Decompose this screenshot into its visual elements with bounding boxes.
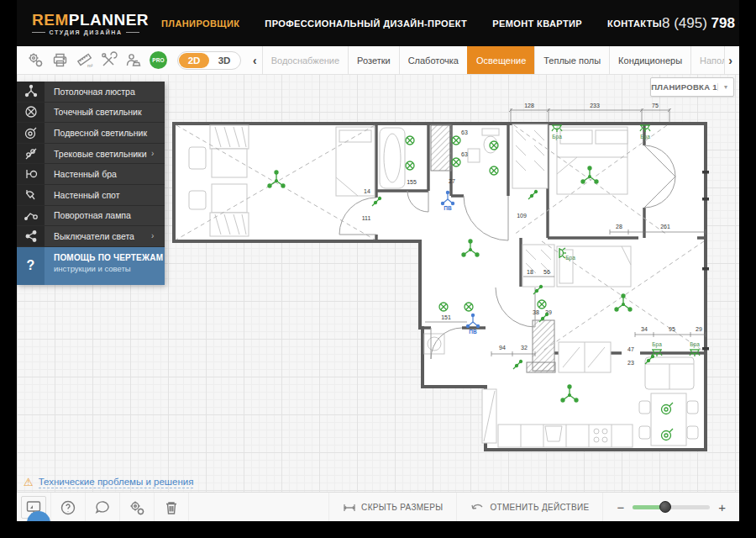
trash-icon [163,499,180,516]
tab-water-supply[interactable]: Водоснабжение [262,46,348,74]
svg-text:ПВ: ПВ [469,329,477,335]
nav-design-project[interactable]: ПРОФЕССИОНАЛЬНЫЙ ДИЗАЙН-ПРОЕКТ [265,18,467,29]
help-button[interactable] [51,493,86,521]
tabs-scroll-left[interactable]: ‹ [253,54,257,67]
svg-text:109: 109 [517,213,527,219]
kitchen-counter [527,362,555,372]
nav-planner[interactable]: ПЛАНИРОВЩИК [161,18,239,29]
submenu-arrow-icon: › [151,144,165,164]
tab-low-current[interactable]: Слаботочка [399,46,467,74]
tab-sockets[interactable]: Розетки [348,46,399,74]
measure-icon[interactable]: m² [74,50,94,71]
footer-actions: СКРЫТЬ РАЗМЕРЫ ОТМЕНИТЬ ДЕЙСТВИЕ − + [328,493,739,521]
zoom-slider-fill [633,505,662,509]
menu-item-track-lights[interactable]: Трековые светильники › [17,144,165,165]
menu-item-drawing-help[interactable]: ? ПОМОЩЬ ПО ЧЕРТЕЖАМ инструкции и советы [17,247,165,285]
svg-text:47: 47 [627,346,634,352]
hide-dimensions-button[interactable]: СКРЫТЬ РАЗМЕРЫ [328,493,456,521]
logo[interactable]: REMPLANNER СТУДИЯ ДИЗАЙНА [32,12,139,35]
pendant-light-icon [17,123,45,143]
svg-text:29: 29 [696,326,702,332]
undo-arrow-icon [470,502,485,513]
help-subtitle: инструкции и советы [54,264,163,273]
vent-shaft [431,125,451,171]
technical-issues-link[interactable]: ⚠ Технические проблемы и решения [24,476,193,488]
svg-text:m²: m² [87,63,93,68]
question-icon: ? [17,247,45,285]
zoom-slider[interactable] [633,505,710,509]
settings-gears-icon[interactable] [25,50,45,71]
tab-lighting[interactable]: Освещение [467,46,534,74]
menu-item-light-switches[interactable]: Выключатели света › [17,226,165,247]
phone-number[interactable]: 8 (495) 798 66 31 [662,15,739,32]
svg-text:95: 95 [669,326,675,332]
svg-text:Бра: Бра [640,134,650,140]
view-3d-button[interactable]: 3D [209,53,239,68]
question-circle-icon [60,499,76,516]
app-window: REMPLANNER СТУДИЯ ДИЗАЙНА ПЛАНИРОВЩИК ПР… [17,0,739,521]
designer-icon[interactable] [123,50,143,71]
zoom-slider-knob[interactable] [659,501,671,513]
layout-selector[interactable]: ПЛАНИРОВКА 1 ▾ [650,77,734,97]
svg-text:151: 151 [441,314,451,320]
logo-line [126,32,139,33]
svg-text:14: 14 [364,188,370,194]
warning-icon: ⚠ [24,476,34,488]
svg-text:75: 75 [652,103,659,108]
svg-text:34: 34 [641,326,648,332]
undo-button[interactable]: ОТМЕНИТЬ ДЕЙСТВИЕ [456,493,602,521]
tab-heated-floors[interactable]: Теплые полы [534,46,609,74]
zoom-control: − + [602,493,739,521]
menu-item-wall-spot[interactable]: Настенный спот [17,185,165,206]
svg-text:56: 56 [543,269,550,275]
print-icon[interactable] [50,50,70,71]
view-2d-button[interactable]: 2D [179,53,209,68]
svg-text:155: 155 [407,179,417,185]
tab-air-conditioners[interactable]: Кондиционеры [609,46,690,74]
wall-spot-icon [17,185,45,205]
feedback-button[interactable] [86,493,120,521]
nav-renovation[interactable]: РЕМОНТ КВАРТИР [492,18,582,29]
svg-text:32: 32 [521,345,528,351]
zoom-out-button[interactable]: − [617,500,624,514]
menu-item-pendant-light[interactable]: Подвесной светильник [17,123,165,144]
chandelier-icon [17,82,45,102]
floor-plan[interactable]: 128 233 75 28 261 34 95 29 151 94 32 18 … [168,97,722,471]
main-nav: ПЛАНИРОВЩИК ПРОФЕССИОНАЛЬНЫЙ ДИЗАЙН-ПРОЕ… [161,18,662,29]
menu-item-wall-sconce[interactable]: Настенный бра [17,164,165,185]
logo-text: REMPLANNER [32,12,139,28]
footer-bar: СКРЫТЬ РАЗМЕРЫ ОТМЕНИТЬ ДЕЙСТВИЕ − + [17,492,739,521]
settings-button[interactable] [120,493,155,521]
tabs-scroll-right[interactable]: › [728,54,732,67]
menu-item-swivel-lamp[interactable]: Поворотная лампа [17,206,165,227]
layer-tabs: Водоснабжение Розетки Слаботочка Освещен… [262,46,726,74]
svg-text:23: 23 [627,360,634,366]
chat-bubble-icon [94,499,111,516]
svg-text:28: 28 [616,224,622,229]
svg-text:Бра: Бра [552,134,562,140]
swivel-lamp-icon [17,206,45,226]
svg-text:18: 18 [527,269,533,275]
svg-text:94: 94 [499,345,506,351]
zoom-in-button[interactable]: + [718,500,726,514]
svg-text:Бра: Бра [565,255,575,261]
header: REMPLANNER СТУДИЯ ДИЗАЙНА ПЛАНИРОВЩИК ПР… [17,0,739,46]
page: { "header": { "logo_prefix": "REM", "log… [0,0,756,538]
gear-icon [129,499,145,516]
menu-item-chandelier[interactable]: Потолочная люстра [17,82,165,103]
lighting-tools-menu: Потолочная люстра Точечный светильник По… [17,82,165,285]
nav-contacts[interactable]: КОНТАКТЫ [607,18,662,29]
chevron-down-icon: ▾ [717,83,733,91]
help-title: ПОМОЩЬ ПО ЧЕРТЕЖАМ [54,253,163,262]
delete-button[interactable] [155,493,189,521]
switch-icon [17,226,45,246]
spot-light-icon [17,103,45,123]
pro-badge[interactable]: PRO [150,51,167,69]
svg-text:261: 261 [660,224,670,229]
svg-text:27: 27 [449,178,455,184]
svg-text:Бра: Бра [690,341,700,348]
tab-flooring[interactable]: Напол [690,46,725,74]
tools-icon[interactable] [98,50,118,71]
logo-subtitle: СТУДИЯ ДИЗАЙНА [32,29,139,35]
menu-item-spot-light[interactable]: Точечный светильник [17,103,165,124]
